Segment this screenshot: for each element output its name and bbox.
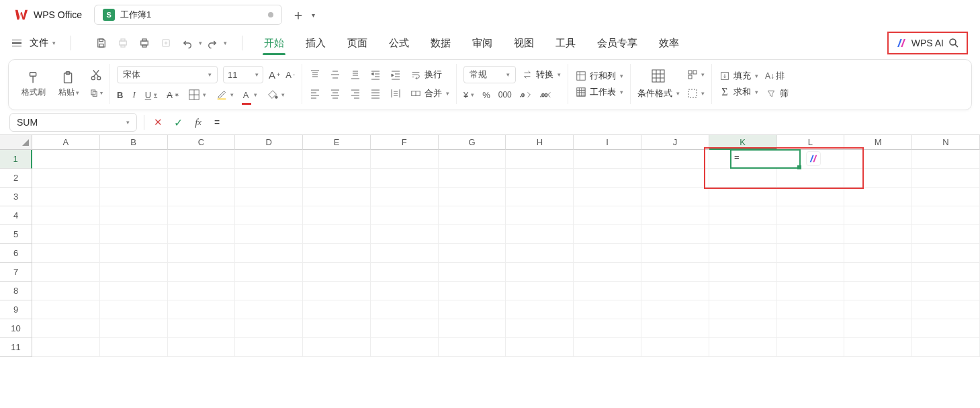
row-header-1[interactable]: 1 — [0, 150, 32, 169]
cell[interactable] — [303, 244, 371, 263]
cell[interactable] — [574, 244, 641, 263]
print-icon[interactable] — [138, 37, 150, 49]
align-middle-button[interactable] — [329, 67, 341, 82]
cell[interactable] — [777, 188, 845, 206]
cell[interactable] — [709, 319, 777, 338]
cell[interactable] — [439, 244, 506, 263]
cell[interactable] — [912, 319, 980, 338]
strikethrough-button[interactable]: A▾ — [167, 87, 179, 102]
cell[interactable] — [303, 188, 371, 206]
row-header-6[interactable]: 6 — [0, 244, 32, 263]
cancel-formula-button[interactable]: ✕ — [151, 116, 165, 129]
cell[interactable] — [641, 319, 709, 338]
tab-工具[interactable]: 工具 — [554, 33, 577, 54]
cell[interactable] — [912, 225, 980, 244]
wrap-text-button[interactable]: 换行 — [410, 69, 442, 81]
cell[interactable] — [844, 300, 912, 319]
tab-视图[interactable]: 视图 — [513, 33, 535, 54]
tab-会员专享[interactable]: 会员专享 — [596, 33, 639, 54]
cell[interactable] — [709, 338, 777, 357]
cell[interactable] — [100, 206, 168, 225]
document-tab[interactable]: S 工作簿1 — [94, 5, 282, 25]
row-header-4[interactable]: 4 — [0, 206, 32, 225]
col-header-E[interactable]: E — [303, 135, 371, 150]
cell[interactable] — [912, 263, 980, 282]
table-style-button[interactable] — [651, 69, 666, 83]
cell[interactable] — [371, 319, 439, 338]
print-preview-icon[interactable] — [117, 37, 129, 49]
cell[interactable] — [439, 188, 506, 206]
cell[interactable] — [912, 282, 980, 300]
cell[interactable] — [709, 263, 777, 282]
cell[interactable] — [912, 244, 980, 263]
cell[interactable] — [371, 338, 439, 357]
worksheet-button[interactable]: 工作表▾ — [575, 86, 623, 98]
sort-button[interactable]: A↓ 排 — [765, 69, 789, 83]
cell[interactable] — [641, 225, 709, 244]
new-tab-dropdown-icon[interactable]: ▾ — [312, 11, 315, 19]
cell[interactable] — [506, 282, 574, 300]
ai-suggestion-button[interactable] — [806, 151, 821, 166]
cell[interactable] — [168, 225, 236, 244]
cell[interactable] — [574, 150, 641, 169]
cell[interactable] — [168, 319, 236, 338]
cell[interactable] — [844, 263, 912, 282]
cell[interactable] — [912, 338, 980, 357]
fx-button[interactable]: fx — [191, 116, 205, 129]
cell[interactable] — [303, 150, 371, 169]
cell-styles-button[interactable]: ▾ — [686, 67, 705, 82]
spreadsheet-grid[interactable]: ABCDEFGHIJKLMN 1234567891011 = — [0, 134, 980, 383]
cell[interactable] — [641, 188, 709, 206]
fill-button[interactable]: 填充▾ — [719, 70, 758, 82]
undo-icon[interactable] — [181, 37, 193, 49]
italic-button[interactable]: I — [132, 87, 135, 102]
cell[interactable] — [439, 282, 506, 300]
cell[interactable] — [506, 244, 574, 263]
cell[interactable] — [641, 263, 709, 282]
cell[interactable] — [709, 282, 777, 300]
cell[interactable] — [574, 225, 641, 244]
col-header-D[interactable]: D — [235, 135, 303, 150]
cell[interactable] — [912, 206, 980, 225]
cell[interactable] — [168, 169, 236, 188]
row-header-11[interactable]: 11 — [0, 338, 32, 357]
cell[interactable] — [439, 263, 506, 282]
row-header-5[interactable]: 5 — [0, 225, 32, 244]
cell[interactable] — [168, 263, 236, 282]
cell[interactable] — [641, 338, 709, 357]
cell[interactable] — [439, 300, 506, 319]
cell[interactable] — [100, 225, 168, 244]
borders-button[interactable]: ▾ — [188, 87, 206, 102]
increase-indent-button[interactable] — [390, 67, 402, 82]
tab-数据[interactable]: 数据 — [429, 33, 452, 54]
cell[interactable] — [777, 225, 845, 244]
cell[interactable] — [506, 225, 574, 244]
cell[interactable] — [32, 300, 100, 319]
cell[interactable] — [844, 244, 912, 263]
cell[interactable] — [100, 188, 168, 206]
cell[interactable] — [235, 169, 303, 188]
cell[interactable] — [32, 338, 100, 357]
cell[interactable] — [371, 225, 439, 244]
col-header-G[interactable]: G — [439, 135, 506, 150]
cell[interactable] — [844, 225, 912, 244]
cell[interactable] — [32, 150, 100, 169]
fill-color-button[interactable]: ▾ — [267, 87, 285, 102]
bold-button[interactable]: B — [117, 87, 123, 102]
cell[interactable] — [574, 282, 641, 300]
cell[interactable] — [371, 206, 439, 225]
cell[interactable] — [168, 244, 236, 263]
cell[interactable] — [506, 319, 574, 338]
cell[interactable] — [371, 188, 439, 206]
cell[interactable] — [100, 319, 168, 338]
justify-button[interactable] — [369, 86, 382, 101]
cell[interactable] — [235, 282, 303, 300]
cell[interactable] — [844, 169, 912, 188]
col-header-M[interactable]: M — [844, 135, 912, 150]
cell[interactable] — [235, 263, 303, 282]
col-header-H[interactable]: H — [506, 135, 574, 150]
row-header-9[interactable]: 9 — [0, 300, 32, 319]
cell[interactable] — [574, 263, 641, 282]
formula-input[interactable] — [212, 113, 971, 132]
cell[interactable] — [641, 150, 709, 169]
